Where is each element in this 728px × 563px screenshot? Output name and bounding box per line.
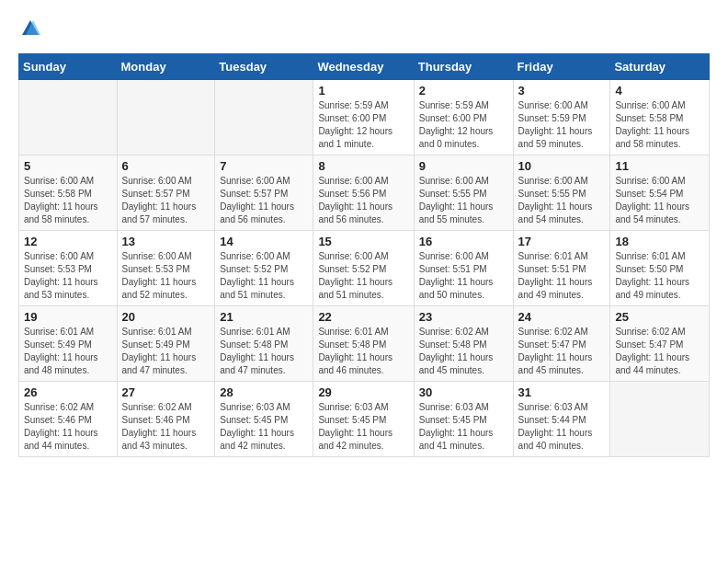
calendar-cell: 24Sunrise: 6:02 AM Sunset: 5:47 PM Dayli… — [513, 306, 610, 382]
day-number: 6 — [122, 159, 210, 173]
calendar-cell — [215, 80, 313, 155]
calendar-cell: 18Sunrise: 6:01 AM Sunset: 5:50 PM Dayli… — [610, 231, 710, 306]
calendar-cell: 28Sunrise: 6:03 AM Sunset: 5:45 PM Dayli… — [215, 382, 313, 457]
day-info: Sunrise: 6:03 AM Sunset: 5:45 PM Dayligh… — [220, 401, 308, 453]
day-info: Sunrise: 6:00 AM Sunset: 5:58 PM Dayligh… — [24, 175, 112, 226]
day-of-week-header: Wednesday — [313, 54, 414, 80]
calendar-cell: 2Sunrise: 5:59 AM Sunset: 6:00 PM Daylig… — [414, 80, 513, 155]
calendar-cell: 29Sunrise: 6:03 AM Sunset: 5:45 PM Dayli… — [313, 382, 414, 457]
day-number: 28 — [220, 385, 308, 399]
day-info: Sunrise: 6:00 AM Sunset: 5:54 PM Dayligh… — [615, 175, 704, 226]
calendar-cell: 12Sunrise: 6:00 AM Sunset: 5:53 PM Dayli… — [19, 231, 118, 306]
calendar-cell — [19, 80, 118, 155]
day-number: 8 — [318, 159, 408, 173]
calendar-cell — [610, 382, 710, 457]
day-info: Sunrise: 6:03 AM Sunset: 5:44 PM Dayligh… — [518, 401, 606, 453]
calendar-cell: 19Sunrise: 6:01 AM Sunset: 5:49 PM Dayli… — [19, 306, 118, 382]
day-number: 20 — [122, 310, 210, 324]
day-number: 25 — [615, 310, 704, 324]
day-info: Sunrise: 6:00 AM Sunset: 5:55 PM Dayligh… — [518, 175, 606, 226]
day-info: Sunrise: 6:01 AM Sunset: 5:50 PM Dayligh… — [615, 250, 704, 302]
calendar-cell: 21Sunrise: 6:01 AM Sunset: 5:48 PM Dayli… — [215, 306, 313, 382]
calendar-table: SundayMondayTuesdayWednesdayThursdayFrid… — [18, 53, 710, 457]
day-number: 31 — [518, 385, 606, 399]
calendar-cell: 3Sunrise: 6:00 AM Sunset: 5:59 PM Daylig… — [513, 80, 610, 155]
day-number: 11 — [615, 159, 704, 173]
day-number: 26 — [24, 385, 112, 399]
day-of-week-header: Tuesday — [215, 54, 313, 80]
calendar-cell: 6Sunrise: 6:00 AM Sunset: 5:57 PM Daylig… — [117, 155, 215, 231]
calendar-week-row: 12Sunrise: 6:00 AM Sunset: 5:53 PM Dayli… — [19, 231, 710, 306]
day-info: Sunrise: 6:00 AM Sunset: 5:55 PM Dayligh… — [419, 175, 508, 226]
day-number: 13 — [122, 235, 210, 248]
day-number: 7 — [220, 159, 308, 173]
day-number: 16 — [419, 235, 508, 248]
day-info: Sunrise: 6:01 AM Sunset: 5:49 PM Dayligh… — [24, 326, 112, 377]
day-info: Sunrise: 6:00 AM Sunset: 5:51 PM Dayligh… — [419, 250, 508, 302]
day-number: 9 — [419, 159, 508, 173]
day-number: 4 — [615, 84, 704, 98]
logo-icon — [20, 18, 40, 39]
calendar-cell: 30Sunrise: 6:03 AM Sunset: 5:45 PM Dayli… — [414, 382, 513, 457]
day-info: Sunrise: 6:02 AM Sunset: 5:46 PM Dayligh… — [122, 401, 210, 453]
calendar-header-row: SundayMondayTuesdayWednesdayThursdayFrid… — [19, 54, 710, 80]
day-info: Sunrise: 6:00 AM Sunset: 5:53 PM Dayligh… — [24, 250, 112, 302]
page-header — [18, 18, 710, 39]
day-number: 21 — [220, 310, 308, 324]
day-info: Sunrise: 6:03 AM Sunset: 5:45 PM Dayligh… — [419, 401, 508, 453]
day-number: 18 — [615, 235, 704, 248]
day-number: 5 — [24, 159, 112, 173]
day-of-week-header: Monday — [117, 54, 215, 80]
calendar-week-row: 5Sunrise: 6:00 AM Sunset: 5:58 PM Daylig… — [19, 155, 710, 231]
calendar-cell: 15Sunrise: 6:00 AM Sunset: 5:52 PM Dayli… — [313, 231, 414, 306]
day-info: Sunrise: 6:00 AM Sunset: 5:52 PM Dayligh… — [220, 250, 308, 302]
calendar-cell: 4Sunrise: 6:00 AM Sunset: 5:58 PM Daylig… — [610, 80, 710, 155]
day-info: Sunrise: 6:02 AM Sunset: 5:47 PM Dayligh… — [518, 326, 606, 377]
calendar-cell — [117, 80, 215, 155]
calendar-cell: 9Sunrise: 6:00 AM Sunset: 5:55 PM Daylig… — [414, 155, 513, 231]
calendar-week-row: 19Sunrise: 6:01 AM Sunset: 5:49 PM Dayli… — [19, 306, 710, 382]
day-info: Sunrise: 6:02 AM Sunset: 5:46 PM Dayligh… — [24, 401, 112, 453]
day-number: 15 — [318, 235, 408, 248]
day-info: Sunrise: 6:00 AM Sunset: 5:56 PM Dayligh… — [318, 175, 408, 226]
day-number: 3 — [518, 84, 606, 98]
day-of-week-header: Thursday — [414, 54, 513, 80]
calendar-week-row: 1Sunrise: 5:59 AM Sunset: 6:00 PM Daylig… — [19, 80, 710, 155]
day-number: 19 — [24, 310, 112, 324]
day-info: Sunrise: 5:59 AM Sunset: 6:00 PM Dayligh… — [419, 99, 508, 151]
calendar-cell: 13Sunrise: 6:00 AM Sunset: 5:53 PM Dayli… — [117, 231, 215, 306]
day-info: Sunrise: 6:00 AM Sunset: 5:59 PM Dayligh… — [518, 99, 606, 151]
calendar-cell: 31Sunrise: 6:03 AM Sunset: 5:44 PM Dayli… — [513, 382, 610, 457]
day-of-week-header: Sunday — [19, 54, 118, 80]
calendar-cell: 7Sunrise: 6:00 AM Sunset: 5:57 PM Daylig… — [215, 155, 313, 231]
day-of-week-header: Saturday — [610, 54, 710, 80]
calendar-cell: 22Sunrise: 6:01 AM Sunset: 5:48 PM Dayli… — [313, 306, 414, 382]
calendar-week-row: 26Sunrise: 6:02 AM Sunset: 5:46 PM Dayli… — [19, 382, 710, 457]
day-number: 14 — [220, 235, 308, 248]
calendar-cell: 25Sunrise: 6:02 AM Sunset: 5:47 PM Dayli… — [610, 306, 710, 382]
calendar-cell: 17Sunrise: 6:01 AM Sunset: 5:51 PM Dayli… — [513, 231, 610, 306]
day-info: Sunrise: 5:59 AM Sunset: 6:00 PM Dayligh… — [318, 99, 408, 151]
calendar-cell: 11Sunrise: 6:00 AM Sunset: 5:54 PM Dayli… — [610, 155, 710, 231]
day-number: 29 — [318, 385, 408, 399]
day-info: Sunrise: 6:00 AM Sunset: 5:57 PM Dayligh… — [220, 175, 308, 226]
day-info: Sunrise: 6:00 AM Sunset: 5:58 PM Dayligh… — [615, 99, 704, 151]
calendar-cell: 8Sunrise: 6:00 AM Sunset: 5:56 PM Daylig… — [313, 155, 414, 231]
day-number: 17 — [518, 235, 606, 248]
calendar-cell: 16Sunrise: 6:00 AM Sunset: 5:51 PM Dayli… — [414, 231, 513, 306]
day-info: Sunrise: 6:01 AM Sunset: 5:51 PM Dayligh… — [518, 250, 606, 302]
calendar-cell: 14Sunrise: 6:00 AM Sunset: 5:52 PM Dayli… — [215, 231, 313, 306]
calendar-cell: 1Sunrise: 5:59 AM Sunset: 6:00 PM Daylig… — [313, 80, 414, 155]
calendar-cell: 5Sunrise: 6:00 AM Sunset: 5:58 PM Daylig… — [19, 155, 118, 231]
day-number: 2 — [419, 84, 508, 98]
day-number: 10 — [518, 159, 606, 173]
day-of-week-header: Friday — [513, 54, 610, 80]
logo — [18, 18, 40, 39]
day-number: 1 — [318, 84, 408, 98]
day-number: 24 — [518, 310, 606, 324]
calendar-cell: 20Sunrise: 6:01 AM Sunset: 5:49 PM Dayli… — [117, 306, 215, 382]
calendar-cell: 23Sunrise: 6:02 AM Sunset: 5:48 PM Dayli… — [414, 306, 513, 382]
day-number: 12 — [24, 235, 112, 248]
day-info: Sunrise: 6:01 AM Sunset: 5:48 PM Dayligh… — [220, 326, 308, 377]
calendar-cell: 27Sunrise: 6:02 AM Sunset: 5:46 PM Dayli… — [117, 382, 215, 457]
